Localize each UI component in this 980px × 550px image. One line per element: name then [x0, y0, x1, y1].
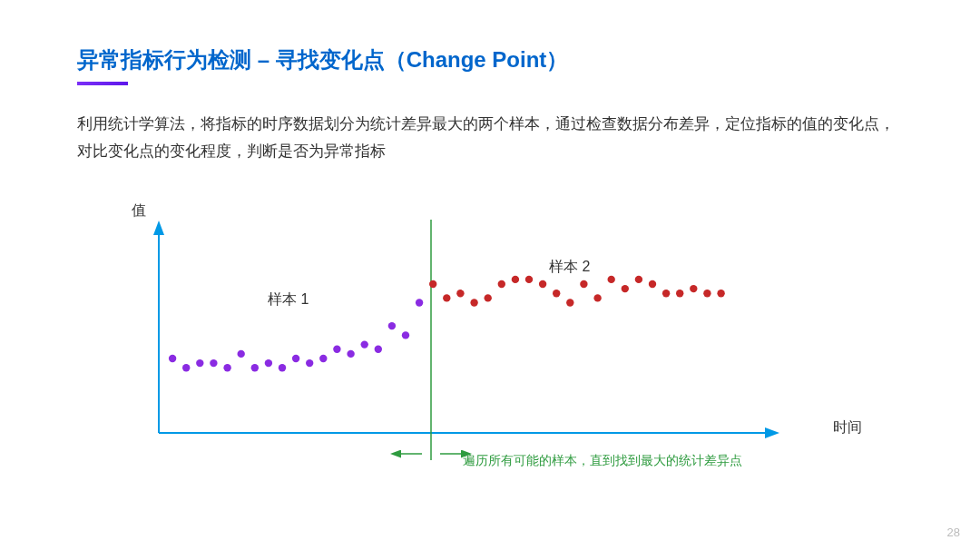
data-point: [566, 299, 573, 306]
data-point: [333, 345, 340, 352]
y-axis-label: 值: [132, 201, 146, 221]
data-point: [223, 364, 230, 371]
data-point: [319, 354, 327, 361]
data-point: [498, 280, 505, 287]
data-point: [292, 354, 299, 361]
data-point: [525, 275, 533, 282]
data-point: [238, 349, 245, 357]
data-point: [402, 331, 409, 339]
data-point: [169, 354, 176, 361]
data-point: [649, 280, 656, 287]
slide: 异常指标行为检测 – 寻找变化点（Change Point） 利用统计学算法，将…: [0, 0, 980, 550]
data-point: [416, 299, 423, 306]
data-point: [608, 275, 615, 282]
data-point: [375, 345, 382, 352]
data-point: [662, 290, 670, 297]
data-point: [690, 284, 697, 291]
description-text: 利用统计学算法，将指标的时序数据划分为统计差异最大的两个样本，通过检查数据分布差…: [77, 111, 903, 165]
data-point: [347, 349, 354, 357]
data-point: [443, 294, 450, 301]
data-point: [265, 358, 272, 366]
data-point: [553, 290, 560, 297]
data-point: [196, 358, 203, 366]
data-point: [182, 364, 190, 371]
data-point: [429, 280, 436, 287]
data-point: [676, 290, 683, 297]
page-title: 异常指标行为检测 – 寻找变化点（Change Point）: [77, 45, 903, 74]
data-point: [539, 280, 546, 287]
data-point: [361, 340, 368, 348]
data-point: [485, 294, 492, 301]
page-number: 28: [947, 525, 960, 539]
x-axis-label: 时间: [833, 418, 862, 437]
data-point: [279, 364, 286, 371]
chart-container: 值 时间 样本 1 样本 2: [132, 201, 821, 474]
data-point: [622, 284, 629, 291]
data-point: [717, 290, 724, 297]
data-point: [251, 364, 259, 371]
title-underline: [77, 82, 128, 85]
data-point: [593, 294, 601, 301]
data-point: [635, 275, 642, 282]
data-point: [210, 358, 217, 366]
data-point: [456, 290, 464, 297]
data-point: [388, 321, 396, 329]
data-point: [470, 299, 477, 306]
footer-note: 遍历所有可能的样本，直到找到最大的统计差异点: [463, 453, 742, 469]
chart-svg: [150, 220, 803, 474]
data-points: [169, 275, 725, 371]
data-point: [703, 290, 710, 297]
data-point: [306, 358, 313, 366]
data-point: [580, 280, 587, 287]
data-point: [512, 275, 519, 282]
